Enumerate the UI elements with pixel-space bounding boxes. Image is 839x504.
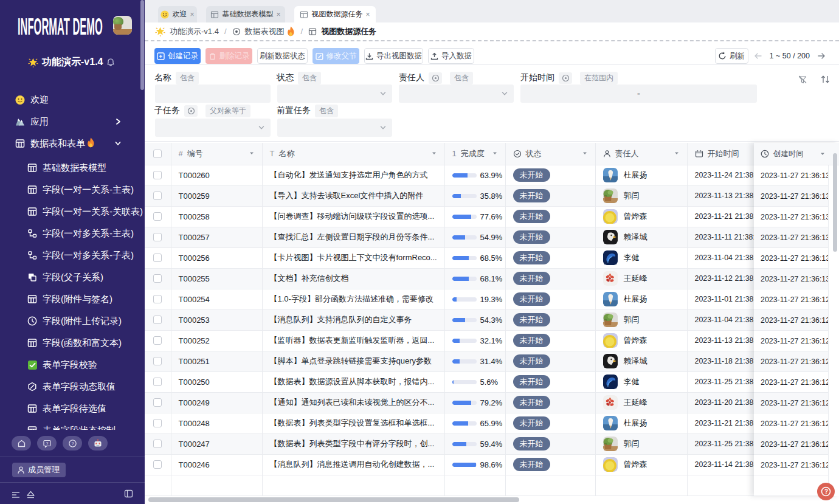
svg-text:?: ?	[71, 441, 74, 446]
svg-text:?: ?	[46, 441, 48, 445]
svg-text:?: ?	[824, 488, 828, 495]
